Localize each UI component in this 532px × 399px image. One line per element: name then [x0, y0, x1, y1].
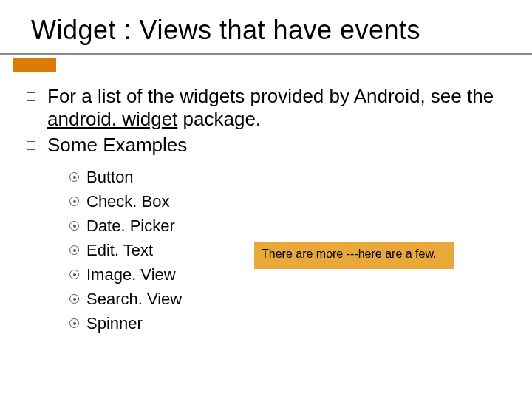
- slide: Widget : Views that have events For a li…: [0, 0, 532, 399]
- bullet-item: For a list of the widgets provided by An…: [27, 85, 502, 131]
- bullet-text: Some Examples: [47, 134, 187, 157]
- list-item: Check. Box: [69, 192, 502, 211]
- list-item-label: Check. Box: [86, 192, 170, 211]
- circle-bullet-icon: [69, 318, 79, 328]
- list-item: Date. Picker: [69, 216, 502, 236]
- circle-bullet-icon: [69, 270, 79, 279]
- list-item: Search. View: [69, 290, 502, 309]
- circle-bullet-icon: [69, 294, 79, 304]
- callout-note: There are more ---here are a few.: [254, 242, 454, 269]
- content-area: For a list of the widgets provided by An…: [0, 85, 532, 333]
- bullet-item: Some Examples: [27, 134, 502, 157]
- list-item-label: Search. View: [86, 290, 182, 309]
- circle-bullet-icon: [69, 172, 79, 182]
- list-item-label: Image. View: [86, 265, 176, 284]
- square-bullet-icon: [27, 141, 35, 150]
- list-item-label: Edit. Text: [86, 241, 153, 260]
- list-item-label: Spinner: [86, 314, 143, 333]
- bullet-text: For a list of the widgets provided by An…: [47, 85, 502, 131]
- circle-bullet-icon: [69, 221, 79, 231]
- title-underline: [0, 53, 532, 55]
- package-link[interactable]: android. widget: [47, 108, 177, 130]
- square-bullet-icon: [27, 92, 35, 101]
- list-item-label: Date. Picker: [86, 216, 175, 236]
- accent-bar: [13, 58, 56, 72]
- list-item: Button: [69, 168, 502, 187]
- bullet-text-post: package.: [177, 108, 261, 130]
- list-item: Spinner: [69, 314, 502, 333]
- circle-bullet-icon: [69, 245, 79, 255]
- list-item-label: Button: [86, 168, 134, 187]
- circle-bullet-icon: [69, 197, 79, 206]
- slide-title: Widget : Views that have events: [0, 0, 532, 53]
- bullet-text-pre: For a list of the widgets provided by An…: [47, 85, 494, 107]
